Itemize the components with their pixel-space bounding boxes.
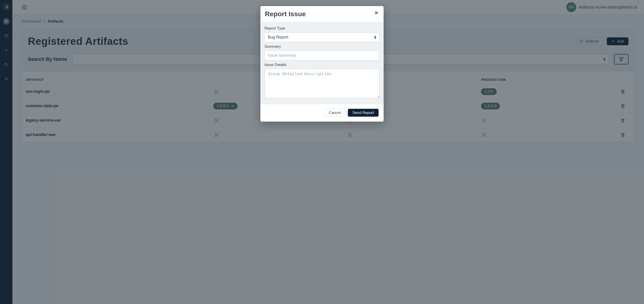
modal-close-button[interactable]: ✖	[374, 10, 379, 16]
modal-footer: Cancel Send Report	[260, 104, 384, 122]
cancel-button[interactable]: Cancel	[324, 109, 346, 117]
summary-input[interactable]	[264, 51, 380, 60]
summary-label: Summary	[264, 44, 380, 49]
report-type-label: Report Type	[264, 26, 380, 31]
send-report-button[interactable]: Send Report	[348, 109, 378, 117]
report-issue-modal: Report Issue ✖ Report Type Summary Issue…	[260, 6, 384, 122]
modal-title: Report Issue	[265, 10, 306, 18]
send-label: Send Report	[352, 111, 374, 114]
modal-body: Report Type Summary Issue Details	[260, 22, 384, 104]
cancel-label: Cancel	[329, 111, 341, 114]
report-type-select[interactable]	[264, 32, 380, 42]
app-shell: AR artifactor-acme-admin@iktech.io Dashb…	[0, 0, 644, 304]
modal-header: Report Issue ✖	[260, 6, 384, 22]
close-icon: ✖	[374, 10, 378, 15]
details-textarea[interactable]	[264, 69, 380, 98]
report-type-select-wrap	[264, 32, 380, 42]
details-label: Issue Details	[264, 62, 380, 67]
